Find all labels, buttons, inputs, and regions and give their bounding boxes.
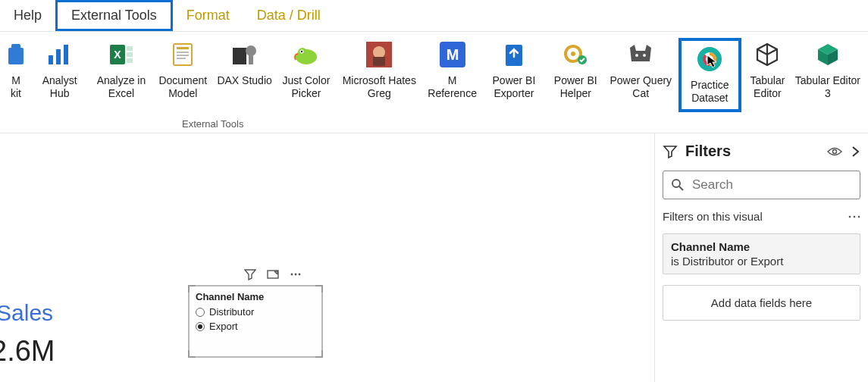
filter-drop-zone[interactable]: Add data fields here xyxy=(663,285,860,321)
svg-rect-24 xyxy=(373,57,385,66)
svg-rect-12 xyxy=(177,52,189,53)
svg-point-23 xyxy=(373,46,385,58)
svg-rect-1 xyxy=(11,44,20,50)
svg-point-37 xyxy=(295,274,297,276)
ribbon-btn-label: Practice Dataset xyxy=(683,79,737,109)
ribbon-btn-analyze-excel[interactable]: X Analyze in Excel xyxy=(93,38,149,105)
ribbon-btn-practice-dataset[interactable]: Practice Dataset xyxy=(678,38,741,112)
ribbon-btn-pbi-exporter[interactable]: Power BI Exporter xyxy=(486,38,541,105)
eye-icon[interactable] xyxy=(827,146,842,157)
filters-search-input[interactable] xyxy=(692,177,853,193)
svg-point-42 xyxy=(849,215,851,218)
filters-section-label: Filters on this visual xyxy=(663,210,763,223)
svg-text:X: X xyxy=(114,49,121,61)
ribbon-btn-dax-studio[interactable]: DAX Studio xyxy=(217,38,272,105)
tab-help[interactable]: Help xyxy=(0,0,55,31)
funnel-icon xyxy=(663,144,678,159)
ribbon-tabs: Help External Tools Format Data / Drill xyxy=(0,0,868,32)
ribbon-btn-tabular-editor[interactable]: Tabular Editor xyxy=(747,38,788,105)
tab-format[interactable]: Format xyxy=(173,0,243,31)
more-options-icon[interactable] xyxy=(290,268,302,280)
ribbon-btn-label: Tabular Editor 3 xyxy=(794,74,862,105)
cat-icon xyxy=(624,39,657,70)
bar-chart-icon xyxy=(43,39,77,70)
ribbon-btn-pq-cat[interactable]: Power Query Cat xyxy=(609,38,672,105)
ribbon-btn-label: Just Color Picker xyxy=(278,74,334,105)
svg-point-39 xyxy=(833,149,837,153)
m-icon: M xyxy=(436,39,469,70)
svg-rect-15 xyxy=(233,48,246,64)
slicer-option-label: Export xyxy=(209,321,238,332)
svg-rect-0 xyxy=(8,48,24,64)
svg-point-21 xyxy=(301,51,302,52)
workspace: nual Sales 2.6M Channel Name Distributor… xyxy=(0,133,868,382)
focus-mode-icon[interactable] xyxy=(267,268,279,280)
filters-section-header: Filters on this visual xyxy=(663,210,860,223)
ribbon-btn-m-reference[interactable]: M M Reference xyxy=(425,38,480,105)
svg-rect-13 xyxy=(177,55,189,56)
svg-rect-14 xyxy=(177,58,186,59)
ribbon-btn-label: M Reference xyxy=(425,74,480,105)
ribbon-btn-kit[interactable]: M kit xyxy=(6,38,26,105)
cursor-icon xyxy=(707,55,717,68)
svg-rect-7 xyxy=(127,46,133,51)
ribbon-btn-document-model[interactable]: Document Model xyxy=(155,38,211,105)
svg-rect-17 xyxy=(249,54,253,64)
ribbon-btn-label: Power BI Exporter xyxy=(486,74,541,105)
svg-point-31 xyxy=(635,54,638,57)
slicer-header: Channel Name xyxy=(190,286,321,305)
slicer-visual[interactable]: Channel Name Distributor Export xyxy=(188,285,323,358)
svg-rect-9 xyxy=(127,58,133,63)
dax-icon xyxy=(228,39,262,70)
filters-pane: Filters Filters on this visual Channel N… xyxy=(654,133,868,382)
filter-card-name: Channel Name xyxy=(671,240,852,253)
ribbon-btn-label: Power BI Helper xyxy=(548,74,603,105)
tab-data-drill[interactable]: Data / Drill xyxy=(243,0,334,31)
slicer-option-export[interactable]: Export xyxy=(190,319,321,333)
ribbon-btn-label: Tabular Editor xyxy=(747,74,788,105)
ribbon: M kit Analyst Hub X Analyze in Excel Doc… xyxy=(0,32,868,133)
report-canvas[interactable]: nual Sales 2.6M Channel Name Distributor… xyxy=(0,133,654,382)
ribbon-btn-label: Analyze in Excel xyxy=(93,74,149,105)
ribbon-btn-ms-hates-greg[interactable]: Microsoft Hates Greg xyxy=(340,38,418,105)
ribbon-btn-label: Analyst Hub xyxy=(32,74,87,105)
ribbon-btn-pbi-helper[interactable]: Power BI Helper xyxy=(548,38,603,105)
ribbon-btn-tabular-editor-3[interactable]: Tabular Editor 3 xyxy=(794,38,862,105)
visual-title: nual Sales xyxy=(0,300,53,326)
cube-solid-icon xyxy=(811,39,844,70)
ribbon-btn-analyst-hub[interactable]: Analyst Hub xyxy=(32,38,87,105)
tab-external-tools[interactable]: External Tools xyxy=(55,0,173,31)
slicer-option-distributor[interactable]: Distributor xyxy=(190,305,321,319)
ribbon-btn-just-color-picker[interactable]: Just Color Picker xyxy=(278,38,334,105)
svg-rect-8 xyxy=(127,52,133,57)
filters-search[interactable] xyxy=(663,171,860,199)
svg-text:M: M xyxy=(446,46,459,63)
more-options-icon[interactable] xyxy=(848,214,860,219)
svg-line-41 xyxy=(679,186,683,190)
ribbon-btn-label: Microsoft Hates Greg xyxy=(340,74,418,105)
ribbon-btn-label: Power Query Cat xyxy=(609,74,672,105)
avatar-icon xyxy=(362,39,396,70)
cube-outline-icon xyxy=(750,39,784,70)
svg-point-36 xyxy=(291,274,293,276)
funnel-icon[interactable] xyxy=(244,268,256,280)
svg-point-43 xyxy=(854,215,856,218)
svg-point-38 xyxy=(299,274,301,276)
svg-rect-2 xyxy=(49,55,53,64)
radio-selected-icon xyxy=(196,322,205,331)
excel-icon: X xyxy=(105,39,138,70)
svg-point-29 xyxy=(571,52,575,56)
svg-rect-4 xyxy=(64,45,68,64)
export-icon xyxy=(497,39,531,70)
filter-card-channel-name[interactable]: Channel Name is Distributor or Export xyxy=(663,233,860,274)
filters-title: Filters xyxy=(685,142,819,160)
search-icon xyxy=(671,178,685,192)
filters-header: Filters xyxy=(663,142,860,160)
visual-metric: 2.6M xyxy=(0,335,55,368)
svg-rect-3 xyxy=(56,49,61,64)
ribbon-btn-label: DAX Studio xyxy=(217,74,271,105)
radio-icon xyxy=(196,308,205,317)
chameleon-icon xyxy=(290,39,323,70)
svg-point-40 xyxy=(672,180,680,187)
chevron-right-icon[interactable] xyxy=(850,145,860,158)
